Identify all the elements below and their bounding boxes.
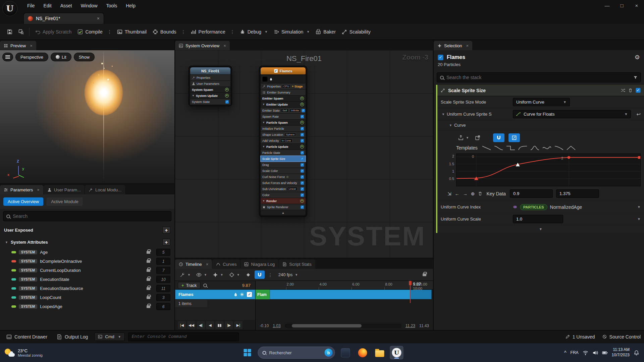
next-key-icon[interactable]: → bbox=[463, 191, 468, 196]
add-module-icon[interactable]: + bbox=[225, 94, 229, 98]
user-exposed-section[interactable]: User Exposed + bbox=[0, 224, 174, 236]
chevron-down-icon[interactable]: ▼ bbox=[449, 124, 452, 127]
tab-script-stats[interactable]: Script Stats bbox=[279, 259, 315, 269]
curve-graph[interactable]: 0 2 bbox=[456, 154, 641, 186]
app-icon-file-explorer[interactable] bbox=[373, 346, 386, 359]
fit-curve-icon[interactable]: ⇲ bbox=[447, 191, 451, 196]
attribute-row-loopcount[interactable]: SYSTEM LoopCount 3 bbox=[0, 293, 174, 302]
chevron-down-icon[interactable]: ▼ bbox=[637, 217, 641, 221]
checkbox-checked-icon[interactable]: ✓ bbox=[301, 193, 304, 197]
node-row-scale-color[interactable]: Scale Color✓ bbox=[261, 168, 306, 174]
volume-icon[interactable] bbox=[592, 350, 598, 356]
attribute-row-executionstate[interactable]: SYSTEM ExecutionState 10 bbox=[0, 275, 174, 284]
apply-scratch-button[interactable]: Apply Scratch bbox=[32, 27, 74, 37]
node-row-sub-uv-animation[interactable]: Sub UVAnimationLinear✓ bbox=[261, 186, 306, 192]
close-panel-icon[interactable]: × bbox=[30, 43, 33, 48]
tray-expand-chevron[interactable]: ^ bbox=[564, 350, 567, 355]
system-node[interactable]: NS_Fire01 Properties User Parameters Sys… bbox=[189, 66, 232, 106]
stack-search-input[interactable] bbox=[446, 75, 631, 80]
menu-asset[interactable]: Asset bbox=[56, 1, 76, 10]
tab-niagara-log[interactable]: Niagara Log bbox=[240, 259, 278, 269]
performance-options-button[interactable]: ⋮ bbox=[228, 29, 237, 35]
checkbox-checked-icon[interactable]: ✓ bbox=[301, 133, 304, 136]
tab-timeline[interactable]: Timeline × bbox=[175, 259, 212, 269]
chevron-down-icon[interactable]: ▼ bbox=[262, 199, 265, 202]
keyframe-options-dropdown[interactable]: ▼ bbox=[227, 271, 242, 279]
bounds-button[interactable]: Bounds bbox=[150, 27, 179, 37]
thumbnail-button[interactable]: Thumbnail bbox=[114, 27, 150, 37]
timeline-track-area[interactable]: 2.00 4.00 6.00 8.00 10.00 Flam bbox=[256, 281, 433, 330]
view-options-dropdown[interactable]: ▼ bbox=[194, 271, 209, 279]
tab-user-parameters[interactable]: User Param... bbox=[44, 185, 85, 194]
node-row-render[interactable]: ▼Render+ bbox=[261, 198, 306, 204]
emitter-enabled-checkbox[interactable]: ✓ bbox=[274, 69, 278, 73]
parameters-search-input[interactable] bbox=[13, 214, 168, 219]
app-icon-unreal-active[interactable]: U bbox=[390, 346, 404, 359]
current-time-field[interactable]: 9.87 bbox=[242, 283, 253, 288]
attribute-row-bcompleteoninactive[interactable]: SYSTEM bCompleteOnInactive 1 bbox=[0, 257, 174, 266]
attribute-row-currentloopduration[interactable]: SYSTEM CurrentLoopDuration 7 bbox=[0, 266, 174, 275]
checkbox-checked-icon[interactable]: ✓ bbox=[301, 163, 304, 167]
app-icon-dark-window[interactable] bbox=[339, 346, 352, 359]
add-system-attribute-button[interactable]: + bbox=[162, 239, 170, 246]
notifications-bell-icon[interactable] bbox=[634, 350, 639, 356]
checkbox-checked-icon[interactable]: ✓ bbox=[301, 205, 304, 209]
view-range-start[interactable]: 1.03 bbox=[273, 323, 280, 328]
close-panel-icon[interactable]: × bbox=[223, 43, 226, 48]
curve-type-dropdown[interactable]: Curve for Floats▼ bbox=[513, 110, 631, 118]
node-row-add-velocity[interactable]: Add VelocityIn Cone✓ bbox=[261, 138, 306, 143]
battery-icon[interactable] bbox=[602, 350, 608, 356]
collapse-node-button[interactable]: ▲ bbox=[261, 210, 306, 215]
unreal-engine-logo-icon[interactable]: U bbox=[2, 1, 17, 16]
chevron-down-icon[interactable]: ▼ bbox=[262, 103, 265, 106]
debug-dropdown[interactable]: Debug▼ bbox=[237, 27, 271, 37]
mode-dropdown[interactable]: Uniform Curve▼ bbox=[513, 98, 570, 106]
checkbox-checked-icon[interactable]: ✓ bbox=[301, 187, 304, 191]
node-row-scale-sprite-size-selected[interactable]: Scale Sprite Size✓ bbox=[261, 156, 306, 162]
flames-track-lane[interactable]: Flam bbox=[256, 290, 433, 299]
bing-icon[interactable]: b bbox=[325, 349, 333, 357]
fps-dropdown[interactable]: 240 fps▼ bbox=[276, 271, 300, 279]
add-module-icon[interactable]: + bbox=[300, 97, 304, 100]
node-row-spawn-rate[interactable]: Spawn Rate✓ bbox=[261, 114, 306, 119]
node-row-initialize-particle[interactable]: Initialize Particle✓ bbox=[261, 126, 306, 131]
snap-value-toggle[interactable] bbox=[508, 133, 520, 142]
tab-ns-fire01[interactable]: NS_Fire01* × bbox=[23, 13, 104, 24]
menu-file[interactable]: File bbox=[23, 1, 39, 10]
filter-icon[interactable] bbox=[633, 75, 638, 80]
time-ruler[interactable]: 2.00 4.00 6.00 8.00 10.00 bbox=[256, 281, 433, 290]
close-panel-icon[interactable]: × bbox=[206, 262, 209, 267]
emitter-active-range[interactable] bbox=[270, 290, 410, 299]
node-row-drag[interactable]: Drag✓ bbox=[261, 162, 306, 168]
template-sine-icon[interactable] bbox=[542, 145, 551, 150]
emitter-droplet-icon[interactable] bbox=[233, 292, 238, 297]
template-fast-rise-icon[interactable] bbox=[518, 145, 527, 150]
checkbox-checked-icon[interactable]: ✓ bbox=[225, 100, 229, 104]
taskbar-search-box[interactable]: b bbox=[258, 347, 335, 359]
chevron-down-icon[interactable]: ▼ bbox=[637, 205, 641, 209]
performance-button[interactable]: Performance bbox=[188, 27, 228, 37]
curve-scale-field[interactable]: 1.0 bbox=[513, 215, 563, 223]
delete-module-icon[interactable] bbox=[628, 88, 633, 93]
tab-parameters[interactable]: Parameters × bbox=[0, 185, 43, 194]
node-row-emitter-spawn[interactable]: Emitter Spawn+ bbox=[261, 96, 306, 101]
node-row-emitter-update[interactable]: ▼Emitter Update+ bbox=[261, 102, 306, 107]
tab-curves[interactable]: Curves bbox=[212, 259, 240, 269]
active-overview-button[interactable]: Active Overview bbox=[3, 197, 43, 206]
key-time-field[interactable]: 0.9 bbox=[510, 189, 553, 198]
template-bump-icon[interactable] bbox=[530, 145, 539, 150]
close-panel-icon[interactable]: × bbox=[466, 43, 469, 48]
open-in-curve-editor-icon[interactable] bbox=[475, 135, 480, 140]
app-icon-firefox[interactable] bbox=[356, 346, 369, 359]
pause-button[interactable]: ▮▮ bbox=[215, 321, 224, 329]
delete-key-icon[interactable] bbox=[478, 191, 482, 196]
curve-index-value[interactable]: NormalizedAge bbox=[550, 204, 582, 210]
checkbox-checked-icon[interactable]: ✓ bbox=[301, 151, 304, 155]
tab-local-modules[interactable]: Local Modu... bbox=[85, 185, 125, 194]
viewport-menu-button[interactable] bbox=[2, 53, 13, 61]
node-row-system-spawn[interactable]: System Spawn+ bbox=[190, 87, 230, 93]
chevron-down-icon[interactable]: ▼ bbox=[262, 121, 265, 124]
filter-tracks-icon[interactable] bbox=[203, 284, 207, 287]
timeline-scrollbar[interactable] bbox=[285, 324, 401, 328]
taskbar-search-input[interactable] bbox=[269, 350, 322, 355]
